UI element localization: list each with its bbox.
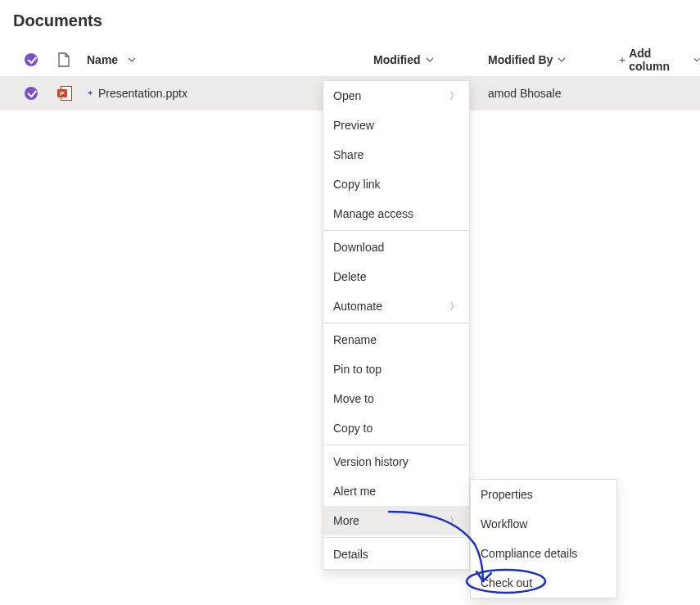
- modified-by-value: amod Bhosale: [488, 87, 562, 100]
- add-column-label: Add column: [629, 47, 684, 73]
- menu-manage-access[interactable]: Manage access: [323, 199, 469, 228]
- add-column-button[interactable]: + Add column: [611, 47, 700, 73]
- context-menu: Open 〉 Preview Share Copy link Manage ac…: [323, 80, 470, 570]
- menu-copy-to[interactable]: Copy to: [323, 413, 469, 443]
- menu-delete-label: Delete: [333, 270, 366, 283]
- file-icon: [57, 52, 70, 67]
- menu-pin-to-top-label: Pin to top: [333, 363, 382, 376]
- chevron-down-icon: [426, 56, 434, 64]
- chevron-down-icon: [693, 56, 700, 64]
- check-icon: [25, 87, 38, 100]
- menu-automate-label: Automate: [333, 300, 382, 313]
- powerpoint-icon: P: [57, 86, 72, 101]
- menu-download[interactable]: Download: [323, 233, 469, 262]
- menu-share-label: Share: [333, 148, 364, 161]
- menu-more-label: More: [333, 514, 359, 527]
- col-modified-label: Modified: [373, 53, 421, 66]
- menu-open-label: Open: [333, 89, 361, 102]
- row-select[interactable]: [25, 87, 57, 100]
- menu-automate[interactable]: Automate 〉: [323, 291, 469, 321]
- chevron-right-icon: 〉: [449, 514, 459, 528]
- menu-details-label: Details: [333, 548, 368, 561]
- menu-more[interactable]: More 〉: [323, 506, 469, 535]
- menu-alert-me[interactable]: Alert me: [323, 476, 469, 506]
- menu-separator: [323, 323, 469, 323]
- menu-copy-link-label: Copy link: [333, 178, 381, 191]
- col-modifiedby-header[interactable]: Modified By: [488, 53, 611, 66]
- menu-open[interactable]: Open 〉: [323, 81, 469, 111]
- menu-download-label: Download: [333, 241, 384, 254]
- file-name[interactable]: Presentation.pptx: [98, 87, 187, 100]
- menu-rename-label: Rename: [333, 333, 377, 346]
- col-modified-header[interactable]: Modified: [373, 53, 488, 66]
- menu-delete[interactable]: Delete: [323, 262, 469, 291]
- menu-alert-me-label: Alert me: [333, 485, 376, 498]
- header-row: Name Modified Modified By + Add column: [0, 43, 700, 76]
- menu-version-history-label: Version history: [333, 455, 409, 468]
- menu-share[interactable]: Share: [323, 140, 469, 169]
- menu-pin-to-top[interactable]: Pin to top: [323, 354, 469, 384]
- menu-separator: [323, 537, 469, 538]
- chevron-down-icon: [128, 56, 136, 64]
- menu-copy-link[interactable]: Copy link: [323, 169, 469, 199]
- menu-rename[interactable]: Rename: [323, 325, 469, 354]
- menu-move-to-label: Move to: [333, 392, 374, 405]
- submenu-properties[interactable]: Properties: [471, 480, 616, 509]
- col-name-label: Name: [87, 53, 118, 66]
- submenu-workflow[interactable]: Workflow: [471, 509, 616, 539]
- page-title: Documents: [0, 0, 700, 43]
- col-name-header[interactable]: Name: [87, 53, 324, 66]
- submenu-compliance-details[interactable]: Compliance details: [471, 539, 616, 568]
- submenu-workflow-label: Workflow: [481, 517, 527, 531]
- menu-copy-to-label: Copy to: [333, 422, 373, 435]
- chevron-right-icon: 〉: [449, 89, 459, 103]
- submenu-compliance-details-label: Compliance details: [481, 547, 577, 560]
- context-submenu-more: Properties Workflow Compliance details C…: [470, 479, 617, 598]
- select-all[interactable]: [25, 53, 57, 66]
- menu-manage-access-label: Manage access: [333, 207, 413, 220]
- menu-details[interactable]: Details: [323, 540, 469, 569]
- plus-icon: +: [619, 53, 625, 66]
- chevron-down-icon: [558, 56, 566, 64]
- submenu-properties-label: Properties: [481, 488, 533, 501]
- menu-preview-label: Preview: [333, 119, 374, 132]
- chevron-right-icon: 〉: [449, 300, 459, 314]
- menu-version-history[interactable]: Version history: [323, 447, 469, 476]
- menu-preview[interactable]: Preview: [323, 111, 469, 140]
- new-indicator-icon: ✦: [87, 89, 93, 97]
- menu-separator: [323, 445, 469, 445]
- menu-separator: [323, 230, 469, 231]
- col-modifiedby-label: Modified By: [488, 53, 553, 66]
- check-icon: [25, 53, 38, 66]
- menu-move-to[interactable]: Move to: [323, 384, 469, 413]
- file-type-icon: P: [57, 86, 87, 101]
- col-filetype[interactable]: [57, 52, 87, 67]
- submenu-check-out[interactable]: Check out: [471, 568, 616, 598]
- submenu-check-out-label: Check out: [481, 576, 532, 589]
